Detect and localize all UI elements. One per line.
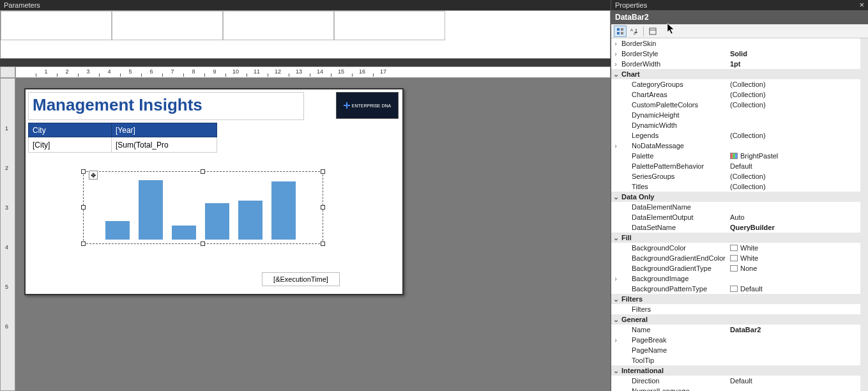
- property-value[interactable]: DataBar2: [727, 325, 868, 335]
- property-row[interactable]: CategoryGroups(Collection): [611, 79, 868, 89]
- property-row[interactable]: DirectionDefault: [611, 376, 868, 386]
- property-value[interactable]: BrightPastel: [727, 151, 868, 161]
- property-value[interactable]: [727, 386, 868, 391]
- property-row[interactable]: SeriesGroups(Collection): [611, 171, 868, 181]
- param-cell[interactable]: [334, 11, 445, 40]
- resize-handle[interactable]: [321, 205, 325, 210]
- property-row[interactable]: BackgroundGradientTypeNone: [611, 263, 868, 273]
- property-value[interactable]: [727, 345, 868, 355]
- execution-time-textbox[interactable]: [&ExecutionTime]: [262, 272, 340, 286]
- property-value[interactable]: Solid: [727, 49, 868, 59]
- table-cell[interactable]: [City]: [29, 137, 112, 153]
- property-category[interactable]: ⌄International: [611, 365, 868, 376]
- property-row[interactable]: ToolTip: [611, 355, 868, 365]
- property-row[interactable]: DataElementOutputAuto: [611, 212, 868, 222]
- report-body[interactable]: Management Insights ENTERPRISE DNA City …: [24, 88, 404, 295]
- properties-grid[interactable]: ›BorderSkin›BorderStyleSolid›BorderWidth…: [611, 38, 868, 391]
- expander-icon[interactable]: ⌄: [611, 314, 620, 325]
- databar-chart-selected[interactable]: ✥: [83, 171, 323, 244]
- property-value[interactable]: (Collection): [727, 79, 868, 89]
- resize-handle[interactable]: [81, 205, 86, 210]
- property-row[interactable]: CustomPaletteColors(Collection): [611, 100, 868, 110]
- categorized-view-button[interactable]: [614, 26, 627, 37]
- resize-handle[interactable]: [321, 241, 325, 246]
- property-row[interactable]: ›BorderSkin: [611, 38, 868, 49]
- resize-handle[interactable]: [201, 169, 205, 174]
- expander-icon[interactable]: ›: [611, 335, 620, 345]
- logo-image[interactable]: ENTERPRISE DNA: [336, 92, 399, 119]
- expander-icon[interactable]: ›: [611, 38, 620, 49]
- property-row[interactable]: Legends(Collection): [611, 130, 868, 141]
- property-row[interactable]: BackgroundColorWhite: [611, 243, 868, 253]
- property-value[interactable]: Default: [727, 161, 868, 171]
- property-value[interactable]: [727, 141, 868, 151]
- expander-icon[interactable]: ›: [611, 49, 620, 59]
- property-row[interactable]: ›NoDataMessage: [611, 141, 868, 151]
- property-value[interactable]: [727, 192, 868, 202]
- expander-icon[interactable]: ›: [611, 59, 620, 69]
- property-row[interactable]: BackgroundPatternTypeDefault: [611, 284, 868, 294]
- property-value[interactable]: (Collection): [727, 89, 868, 100]
- property-value[interactable]: [727, 110, 868, 120]
- move-handle-icon[interactable]: ✥: [89, 171, 98, 180]
- expander-icon[interactable]: ⌄: [611, 192, 620, 202]
- report-title-textbox[interactable]: Management Insights: [28, 92, 304, 120]
- property-row[interactable]: NameDataBar2: [611, 325, 868, 335]
- property-row[interactable]: PaletteBrightPastel: [611, 151, 868, 161]
- property-row[interactable]: PalettePatternBehaviorDefault: [611, 161, 868, 171]
- properties-object-selector[interactable]: DataBar2: [611, 10, 868, 24]
- property-value[interactable]: (Collection): [727, 171, 868, 181]
- property-value[interactable]: (Collection): [727, 181, 868, 192]
- property-value[interactable]: [727, 69, 868, 79]
- table-cell[interactable]: [Sum(Total_Pro: [112, 137, 217, 153]
- property-value[interactable]: Auto: [727, 212, 868, 222]
- property-value[interactable]: White: [727, 253, 868, 263]
- property-row[interactable]: DynamicWidth: [611, 120, 868, 130]
- expander-icon[interactable]: ⌄: [611, 294, 620, 304]
- property-value[interactable]: [727, 314, 868, 325]
- property-value[interactable]: (Collection): [727, 100, 868, 110]
- resize-handle[interactable]: [81, 169, 86, 174]
- table-header-year[interactable]: [Year]: [112, 123, 217, 137]
- property-category[interactable]: ⌄Chart: [611, 69, 868, 79]
- property-value[interactable]: [727, 273, 868, 284]
- property-row[interactable]: ›BorderWidth1pt: [611, 59, 868, 69]
- expander-icon[interactable]: ⌄: [611, 365, 620, 376]
- property-value[interactable]: [727, 365, 868, 376]
- param-cell[interactable]: [1, 11, 112, 40]
- resize-handle[interactable]: [201, 241, 205, 246]
- property-value[interactable]: 1pt: [727, 59, 868, 69]
- param-cell[interactable]: [112, 11, 223, 40]
- property-category[interactable]: ⌄Data Only: [611, 192, 868, 202]
- property-row[interactable]: Filters: [611, 304, 868, 314]
- property-row[interactable]: DataElementName: [611, 202, 868, 212]
- table-header-city[interactable]: City: [29, 123, 112, 137]
- close-icon[interactable]: ×: [859, 0, 864, 10]
- data-table[interactable]: City [Year] [City] [Sum(Total_Pro: [28, 123, 217, 153]
- property-row[interactable]: ›BackgroundImage: [611, 273, 868, 284]
- property-value[interactable]: [727, 355, 868, 365]
- property-row[interactable]: ›PageBreak: [611, 335, 868, 345]
- property-category[interactable]: ⌄Fill: [611, 233, 868, 243]
- alphabetical-view-button[interactable]: AZ: [628, 26, 641, 37]
- resize-handle[interactable]: [321, 169, 325, 174]
- property-row[interactable]: Titles(Collection): [611, 181, 868, 192]
- property-category[interactable]: ⌄General: [611, 314, 868, 325]
- property-value[interactable]: [727, 294, 868, 304]
- expander-icon[interactable]: ⌄: [611, 233, 620, 243]
- property-row[interactable]: NumeralLanguage: [611, 386, 868, 391]
- expander-icon[interactable]: ›: [611, 273, 620, 284]
- param-cell[interactable]: [223, 11, 334, 40]
- expander-icon[interactable]: ›: [611, 141, 620, 151]
- scrollbar[interactable]: [860, 38, 868, 391]
- property-row[interactable]: BackgroundGradientEndColorWhite: [611, 253, 868, 263]
- expander-icon[interactable]: ⌄: [611, 69, 620, 79]
- property-value[interactable]: Default: [727, 284, 868, 294]
- property-category[interactable]: ⌄Filters: [611, 294, 868, 304]
- property-row[interactable]: DynamicHeight: [611, 110, 868, 120]
- property-value[interactable]: (Collection): [727, 130, 868, 141]
- property-value[interactable]: [727, 202, 868, 212]
- parameters-splitter[interactable]: [0, 59, 611, 66]
- property-value[interactable]: [727, 38, 868, 49]
- property-value[interactable]: [727, 304, 868, 314]
